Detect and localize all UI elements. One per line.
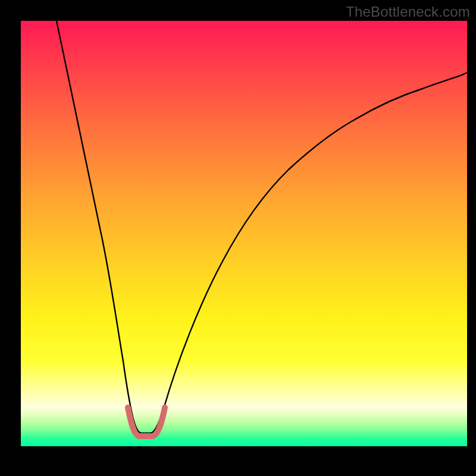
chart-frame: TheBottleneck.com [0, 0, 476, 476]
plot-area [21, 21, 467, 446]
curve-svg [21, 21, 467, 446]
bottleneck-curve [57, 21, 467, 433]
optimal-zone [128, 408, 165, 436]
watermark-text: TheBottleneck.com [346, 4, 470, 20]
